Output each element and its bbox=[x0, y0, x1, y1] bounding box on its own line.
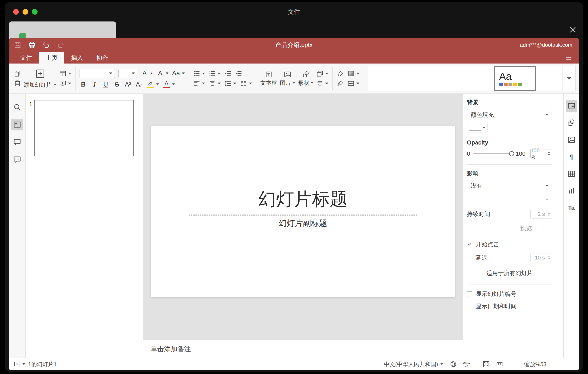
notes-area[interactable]: 单击添加备注 bbox=[143, 340, 463, 358]
delay-spinner[interactable]: 10 s bbox=[530, 253, 552, 262]
document-language-button[interactable] bbox=[450, 361, 457, 368]
table-settings-tab[interactable] bbox=[566, 168, 577, 180]
italic-button[interactable]: I bbox=[91, 81, 98, 88]
theme-option-1[interactable] bbox=[368, 66, 410, 91]
horizontal-align-button[interactable] bbox=[193, 80, 205, 87]
preview-button[interactable]: 预览 bbox=[500, 223, 552, 233]
theme-option-selected[interactable]: Aa bbox=[494, 66, 536, 91]
add-slide-icon[interactable] bbox=[35, 69, 45, 78]
subscript-button[interactable]: A₂ bbox=[135, 81, 143, 88]
numbering-button[interactable] bbox=[209, 70, 221, 77]
undo-button[interactable] bbox=[42, 41, 51, 49]
add-slide-button[interactable]: 添加幻灯片 bbox=[24, 81, 56, 88]
align-shapes-button[interactable] bbox=[316, 80, 328, 87]
comments-button[interactable] bbox=[11, 136, 23, 148]
bold-button[interactable]: B bbox=[80, 81, 87, 88]
tab-insert[interactable]: 插入 bbox=[64, 52, 90, 64]
print-button[interactable] bbox=[28, 41, 36, 49]
language-selector[interactable]: 中文(中华人民共和国) bbox=[384, 361, 443, 368]
decrease-indent-button[interactable] bbox=[224, 70, 231, 77]
slide-subtitle-placeholder[interactable]: 幻灯片副标题 bbox=[189, 215, 417, 258]
textart-settings-tab[interactable]: Ta bbox=[566, 202, 577, 214]
insert-image-button[interactable]: 图片 bbox=[280, 71, 295, 87]
spinner-arrows-icon[interactable] bbox=[547, 212, 550, 216]
effect-select[interactable]: 没有 bbox=[467, 180, 552, 191]
show-date-time-checkbox[interactable] bbox=[467, 304, 472, 309]
theme-gallery-expand-button[interactable] bbox=[562, 66, 575, 91]
image-settings-tab[interactable] bbox=[566, 134, 577, 146]
spellcheck-button[interactable]: ABC bbox=[463, 361, 470, 367]
add-slide-group: 添加幻灯片 bbox=[22, 64, 58, 93]
opacity-slider[interactable] bbox=[473, 153, 513, 154]
opacity-spinner[interactable]: 100 % bbox=[530, 149, 552, 158]
line-spacing-button[interactable] bbox=[224, 80, 236, 87]
zoom-in-button[interactable] bbox=[555, 361, 561, 367]
arrange-shapes-button[interactable] bbox=[316, 70, 328, 77]
tab-collaboration[interactable]: 协作 bbox=[90, 52, 115, 64]
delay-checkbox[interactable] bbox=[467, 255, 472, 260]
apply-to-all-slides-button[interactable]: 适用于所有幻灯片 bbox=[467, 268, 552, 278]
background-fill-select[interactable]: 颜色填充 bbox=[467, 109, 552, 120]
spinner-arrows-icon[interactable] bbox=[547, 152, 550, 156]
chevron-down-icon bbox=[545, 114, 548, 116]
redo-button[interactable] bbox=[56, 41, 65, 49]
zoom-traffic-light[interactable] bbox=[32, 9, 38, 15]
shape-settings-tab[interactable] bbox=[566, 117, 577, 129]
opacity-slider-knob[interactable] bbox=[509, 151, 514, 156]
tab-home[interactable]: 主页 bbox=[39, 52, 64, 64]
fit-to-slide-button[interactable] bbox=[483, 361, 490, 368]
textbox-button[interactable]: 文本框 bbox=[260, 71, 277, 87]
spinner-arrows-icon[interactable] bbox=[547, 256, 550, 260]
zoom-level: 缩放%53 bbox=[522, 361, 549, 368]
underline-button[interactable]: U bbox=[102, 81, 109, 88]
copy-style-button[interactable] bbox=[337, 80, 344, 87]
vertical-align-button[interactable] bbox=[209, 80, 221, 87]
canvas-area[interactable]: 幻灯片标题 幻灯片副标题 bbox=[143, 94, 463, 340]
highlight-color-button[interactable] bbox=[147, 80, 154, 88]
start-slideshow-statusbar-button[interactable] bbox=[14, 361, 25, 367]
columns-button[interactable] bbox=[240, 80, 252, 87]
copy-button[interactable] bbox=[14, 70, 21, 77]
slide-title-placeholder[interactable]: 幻灯片标题 bbox=[189, 154, 417, 215]
effect-variant-select[interactable] bbox=[467, 194, 552, 205]
theme-option-2[interactable] bbox=[410, 66, 452, 91]
slide-settings-tab[interactable] bbox=[566, 100, 577, 112]
slide-size-button[interactable] bbox=[347, 80, 359, 87]
theme-option-3[interactable] bbox=[452, 66, 494, 91]
show-slide-number-checkbox[interactable] bbox=[467, 291, 472, 297]
clear-style-button[interactable] bbox=[337, 70, 344, 77]
increase-indent-button[interactable] bbox=[235, 70, 242, 77]
zoom-out-button[interactable] bbox=[509, 361, 516, 367]
chart-settings-tab[interactable] bbox=[566, 185, 577, 197]
feedback-button[interactable] bbox=[11, 154, 23, 165]
fit-to-width-button[interactable] bbox=[496, 361, 503, 368]
font-color-button[interactable]: A bbox=[163, 80, 170, 88]
font-size-combo[interactable] bbox=[118, 69, 137, 78]
decrease-font-button[interactable]: A bbox=[156, 70, 168, 77]
minimize-traffic-light[interactable] bbox=[22, 9, 28, 15]
start-on-click-checkbox[interactable] bbox=[467, 242, 472, 247]
strikeout-button[interactable]: S bbox=[113, 81, 121, 88]
background-color-picker[interactable] bbox=[467, 123, 487, 132]
start-slideshow-button[interactable] bbox=[59, 80, 71, 87]
paste-button[interactable] bbox=[14, 80, 21, 87]
slide-canvas[interactable]: 幻灯片标题 幻灯片副标题 bbox=[151, 126, 455, 297]
search-button[interactable] bbox=[11, 101, 23, 113]
slide-layout-button[interactable] bbox=[59, 70, 71, 77]
duration-spinner[interactable]: 2 s bbox=[530, 209, 552, 219]
bullets-button[interactable] bbox=[193, 70, 205, 77]
insert-shape-button[interactable]: 形状 bbox=[298, 71, 314, 87]
close-traffic-light[interactable] bbox=[13, 9, 19, 15]
tab-file[interactable]: 文件 bbox=[13, 52, 39, 64]
superscript-button[interactable]: A² bbox=[124, 81, 132, 88]
close-icon[interactable] bbox=[568, 25, 577, 34]
slide-thumbnail[interactable] bbox=[34, 100, 134, 156]
change-case-button[interactable]: Aa bbox=[172, 70, 185, 77]
menu-icon[interactable] bbox=[565, 54, 572, 62]
paragraph-settings-tab[interactable]: ¶ bbox=[566, 151, 577, 163]
save-button[interactable] bbox=[13, 41, 22, 49]
shape-fill-button[interactable] bbox=[347, 70, 359, 77]
slides-panel-button[interactable] bbox=[11, 119, 23, 130]
increase-font-button[interactable]: A bbox=[141, 70, 153, 77]
font-name-combo[interactable] bbox=[80, 69, 115, 78]
